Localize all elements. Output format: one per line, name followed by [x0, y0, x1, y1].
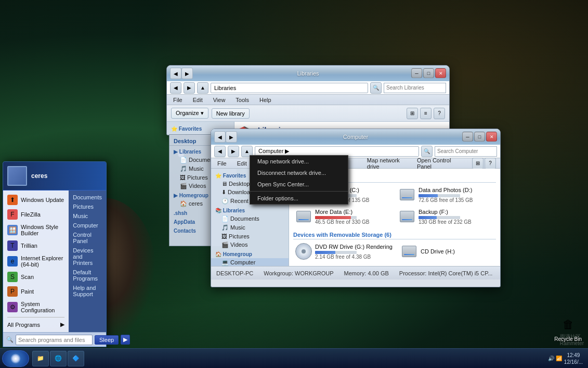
lib-forward[interactable]: ▶: [184, 82, 195, 94]
start-arrow-button[interactable]: ▶: [121, 335, 130, 345]
computer-nav-back[interactable]: ◀: [214, 131, 226, 143]
libraries-minimize-button[interactable]: ─: [411, 68, 422, 78]
start-ie-label: Internet Explorer (64-bit): [21, 255, 64, 268]
start-search-bar: 🔍 Sleep ▶: [3, 332, 106, 347]
menu-map-network[interactable]: Map network drive...: [250, 156, 348, 167]
taskbar-libraries[interactable]: 📁: [32, 351, 49, 366]
start-filezilla[interactable]: F FileZilla: [3, 207, 69, 222]
lib-menu-tools[interactable]: Tools: [233, 96, 251, 104]
start-pictures[interactable]: Pictures: [69, 202, 106, 211]
start-all-programs[interactable]: All Programs ▶: [3, 319, 69, 330]
comp-menu-edit[interactable]: Edit: [235, 159, 249, 168]
cs-lib-music[interactable]: 🎵 Music: [211, 223, 289, 232]
comp-forward[interactable]: ▶: [228, 146, 239, 157]
drive-g-name: DVD RW Drive (G:) Rendering: [315, 244, 393, 250]
start-ie[interactable]: e Internet Explorer (64-bit): [3, 253, 69, 270]
drive-f-hdd: [400, 211, 414, 222]
cs-libraries[interactable]: 📚 Libraries: [211, 206, 289, 214]
drive-j[interactable]: Removable Disk (J:): [397, 263, 496, 266]
libraries-menubar: File Edit View Tools Help: [167, 95, 449, 105]
tray-clock[interactable]: 12:49 12/16/...: [564, 352, 583, 365]
start-documents[interactable]: Documents: [69, 193, 106, 202]
menu-folder-options[interactable]: Folder options...: [250, 193, 348, 204]
libraries-address-path[interactable]: Libraries: [211, 83, 368, 93]
taskbar-ie[interactable]: 🌐: [50, 351, 67, 366]
lib-menu-view[interactable]: View: [211, 96, 228, 104]
drive-j-icon: [399, 265, 415, 266]
cs-computer[interactable]: 💻 Computer: [211, 258, 289, 266]
libraries-maximize-button[interactable]: □: [423, 68, 434, 78]
lib-new-library-button[interactable]: New library: [212, 108, 250, 119]
comp-search-icon[interactable]: 🔍: [421, 146, 433, 157]
start-devices-printers[interactable]: Devices and Printers: [69, 246, 106, 268]
drive-d-name: Data and Photos (D:): [419, 187, 494, 193]
drive-h-cd: [402, 246, 416, 257]
menu-separator: [250, 191, 348, 192]
libraries-addressbar: ◀ ▶ ▲ Libraries 🔍: [167, 81, 449, 95]
lib-menu-edit[interactable]: Edit: [191, 96, 205, 104]
taskbar: 📁 🌐 🔷 🔊 📶 12:49 12/16/...: [0, 348, 588, 368]
start-computer[interactable]: Computer: [69, 221, 106, 230]
start-help-support[interactable]: Help and Support: [69, 283, 106, 299]
start-paint-label: Paint: [21, 288, 34, 295]
drive-i[interactable]: Removable Disk (I:): [293, 263, 393, 266]
lib-help-btn[interactable]: ?: [434, 108, 445, 119]
menu-open-sync[interactable]: Open Sync Center...: [250, 179, 348, 190]
recycle-bin[interactable]: 🗑 Recycle Bin: [554, 314, 582, 342]
libraries-titlebar: ◀ ▶ Libraries ─ □ ✕: [167, 66, 449, 81]
lib-organize-button[interactable]: Organize ▾: [171, 108, 208, 119]
drive-h[interactable]: CD Drive (H:): [399, 242, 496, 261]
taskbar-app3[interactable]: 🔷: [68, 351, 84, 366]
start-search-input[interactable]: [16, 335, 93, 345]
drive-f-info: Backup (F:) 130 GB free of 232 GB: [419, 209, 494, 225]
start-wu-label: Windows Update: [21, 197, 64, 203]
drive-g-info: DVD RW Drive (G:) Rendering 2.14 GB free…: [315, 244, 393, 260]
search-icon[interactable]: 🔍: [370, 82, 382, 94]
start-paint[interactable]: P Paint: [3, 284, 69, 299]
computer-minimize-button[interactable]: ─: [462, 132, 473, 142]
computer-search-input[interactable]: [435, 146, 497, 157]
lib-menu-help[interactable]: Help: [257, 96, 273, 104]
start-sleep-button[interactable]: Sleep: [95, 335, 119, 345]
start-windows-update[interactable]: ⬆ Windows Update: [3, 193, 69, 207]
cs-homegroup[interactable]: 🏠 Homegroup: [211, 249, 289, 258]
lib-view-toggle2[interactable]: ≡: [420, 108, 432, 119]
cs-lib-documents[interactable]: 📄 Documents: [211, 214, 289, 223]
libraries-nav-forward[interactable]: ▶: [181, 68, 193, 79]
computer-maximize-button[interactable]: □: [474, 132, 485, 142]
start-music[interactable]: Music: [69, 211, 106, 221]
start-scan[interactable]: S Scan: [3, 270, 69, 284]
drive-f[interactable]: Backup (F:) 130 GB free of 232 GB: [397, 207, 496, 226]
start-default-programs[interactable]: Default Programs: [69, 268, 106, 283]
drive-d[interactable]: Data and Photos (D:) 72.6 GB free of 135…: [397, 185, 496, 205]
drive-g[interactable]: DVD RW Drive (G:) Rendering 2.14 GB free…: [293, 242, 395, 261]
lib-view-toggle1[interactable]: ⊞: [407, 108, 418, 119]
libraries-close-button[interactable]: ✕: [435, 68, 446, 78]
lib-up[interactable]: ▲: [197, 82, 208, 94]
libraries-title: Libraries: [297, 70, 319, 77]
start-button[interactable]: [2, 350, 29, 367]
start-control-panel[interactable]: Control Panel: [69, 230, 106, 246]
lib-back[interactable]: ◀: [170, 82, 181, 94]
removable-header-text: Devices with Removable Storage (6): [293, 232, 391, 238]
comp-back[interactable]: ◀: [214, 146, 226, 157]
sysconfig-icon: ⚙: [7, 302, 18, 312]
start-sysconfig[interactable]: ⚙ System Configuration: [3, 299, 69, 315]
drive-h-name: CD Drive (H:): [421, 248, 494, 255]
comp-view-toggle[interactable]: ⊞: [472, 158, 484, 169]
cs-lib-pictures[interactable]: 🖼 Pictures: [211, 232, 289, 240]
drive-e[interactable]: More Data (E:) 46.5 GB free of 330 GB: [293, 207, 393, 226]
libraries-nav-back[interactable]: ◀: [170, 68, 181, 79]
comp-help-btn[interactable]: ?: [485, 158, 496, 169]
cs-lib-videos[interactable]: 🎬 Videos: [211, 240, 289, 249]
status-workgroup: Workgroup: WORKGROUP: [264, 270, 333, 276]
start-wsb[interactable]: 🪟 Windows Style Builder: [3, 222, 69, 238]
libraries-search-input[interactable]: [384, 83, 446, 93]
menu-disconnect-network[interactable]: Disconnect network drive...: [250, 167, 348, 179]
removable-row1: DVD RW Drive (G:) Rendering 2.14 GB free…: [293, 242, 496, 261]
computer-nav-forward[interactable]: ▶: [226, 131, 237, 143]
lib-menu-file[interactable]: File: [171, 96, 185, 104]
start-trillian[interactable]: T Trillian: [3, 238, 69, 253]
computer-close-button[interactable]: ✕: [486, 132, 497, 142]
comp-menu-file[interactable]: File: [215, 159, 229, 168]
